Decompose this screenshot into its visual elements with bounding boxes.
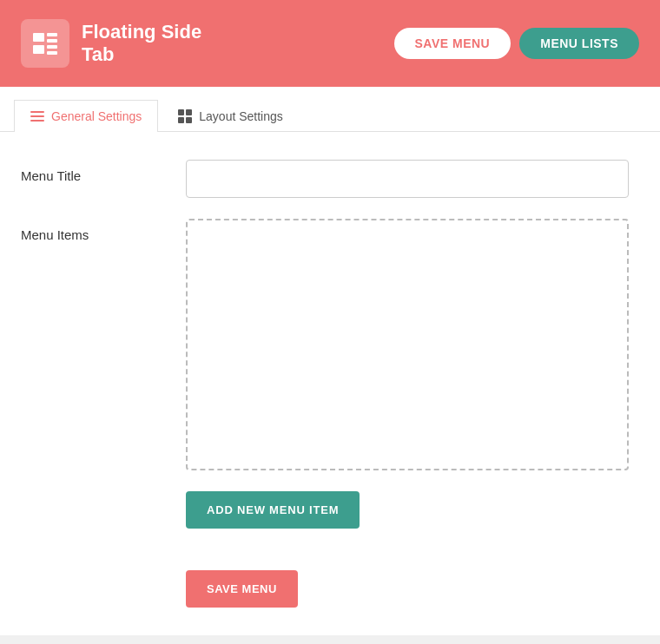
menu-title-input[interactable]	[186, 160, 629, 198]
menu-title-label: Menu Title	[21, 160, 186, 183]
svg-rect-2	[47, 33, 57, 36]
menu-items-area	[186, 219, 629, 470]
tabs-bar: General Settings Layout Settings	[0, 87, 660, 132]
tab-general-label: General Settings	[51, 109, 142, 123]
layout-icon	[178, 109, 192, 123]
save-menu-bottom-button[interactable]: SAVE MENU	[186, 570, 298, 608]
svg-rect-3	[47, 39, 57, 43]
svg-rect-5	[47, 51, 57, 55]
tab-general-settings[interactable]: General Settings	[14, 100, 158, 132]
svg-rect-9	[178, 109, 184, 115]
svg-rect-10	[186, 109, 192, 115]
main-content: Menu Title Menu Items ADD NEW MENU ITEM …	[0, 132, 660, 635]
svg-rect-7	[30, 115, 44, 117]
header-actions: SAVE MENU MENU LISTS	[394, 28, 639, 59]
tab-layout-settings[interactable]: Layout Settings	[162, 100, 300, 132]
save-menu-row: SAVE MENU	[21, 570, 639, 608]
svg-rect-8	[30, 120, 44, 122]
menu-items-row: Menu Items	[21, 219, 639, 470]
menu-lists-button[interactable]: MENU LISTS	[519, 28, 639, 59]
app-title: Floating Side Tab	[82, 21, 201, 67]
add-new-menu-item-button[interactable]: ADD NEW MENU ITEM	[186, 491, 360, 529]
app-logo	[21, 19, 69, 68]
svg-rect-0	[33, 33, 44, 42]
app-header: Floating Side Tab SAVE MENU MENU LISTS	[0, 0, 660, 87]
menu-icon	[30, 109, 44, 123]
svg-rect-1	[33, 45, 44, 54]
save-menu-header-button[interactable]: SAVE MENU	[394, 28, 512, 59]
svg-rect-11	[178, 117, 184, 123]
menu-items-label: Menu Items	[21, 219, 186, 242]
menu-title-row: Menu Title	[21, 160, 639, 198]
svg-rect-6	[30, 111, 44, 113]
tab-layout-label: Layout Settings	[199, 109, 283, 123]
header-brand: Floating Side Tab	[21, 19, 201, 68]
svg-rect-4	[47, 45, 57, 49]
add-menu-item-row: ADD NEW MENU ITEM	[21, 491, 639, 529]
svg-rect-12	[186, 117, 192, 123]
